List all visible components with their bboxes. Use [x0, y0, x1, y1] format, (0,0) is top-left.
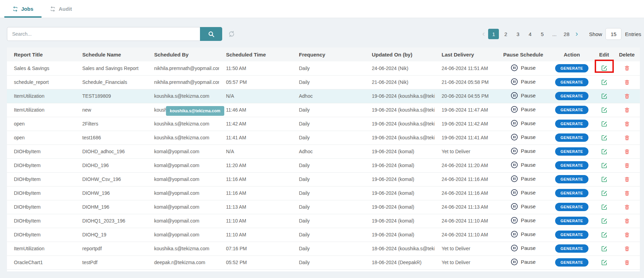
cell-updated-on: 19-06-2024 (komal): [365, 145, 435, 158]
generate-button[interactable]: GENERATE: [555, 120, 588, 128]
pause-button[interactable]: Pause: [511, 175, 536, 182]
pause-button[interactable]: Pause: [511, 217, 536, 224]
delete-button[interactable]: [624, 121, 630, 127]
tab-jobs[interactable]: Jobs: [4, 0, 42, 18]
trash-icon: [624, 93, 630, 99]
delete-button[interactable]: [624, 134, 630, 141]
edit-button[interactable]: [601, 245, 608, 252]
cell-schedule-name: new: [75, 103, 147, 117]
delete-button[interactable]: [624, 162, 630, 169]
generate-button[interactable]: GENERATE: [555, 231, 588, 239]
page-button-4[interactable]: 4: [525, 29, 535, 39]
delete-button[interactable]: [624, 176, 630, 183]
cell-scheduled-time: 11:16 AM: [219, 172, 292, 186]
pause-label: Pause: [521, 106, 536, 112]
pause-button[interactable]: Pause: [511, 78, 536, 85]
generate-button[interactable]: GENERATE: [555, 258, 588, 267]
edit-button[interactable]: [601, 232, 608, 238]
search-button[interactable]: [200, 27, 222, 41]
trash-icon: [624, 79, 630, 86]
edit-button[interactable]: [601, 190, 608, 197]
cell-last-delivery: 19-06-2024 11:47 AM: [435, 103, 497, 117]
delete-button[interactable]: [624, 190, 630, 197]
edit-button[interactable]: [601, 218, 608, 224]
delete-button[interactable]: [624, 245, 630, 252]
pause-button[interactable]: Pause: [511, 189, 536, 196]
col-pause-schedule: Pause Schedule: [497, 47, 549, 61]
pause-button[interactable]: Pause: [511, 244, 536, 252]
edit-button[interactable]: [601, 65, 608, 71]
pause-button[interactable]: Pause: [511, 231, 536, 238]
edit-icon: [601, 93, 608, 99]
generate-button[interactable]: GENERATE: [555, 133, 588, 142]
cell-scheduled-by: koushika.s@tekizma.com: [147, 131, 219, 145]
generate-button[interactable]: GENERATE: [555, 217, 588, 225]
tab-audit[interactable]: Audit: [42, 0, 80, 18]
pause-button[interactable]: Pause: [511, 64, 536, 71]
generate-button[interactable]: GENERATE: [555, 78, 588, 86]
generate-button[interactable]: GENERATE: [555, 189, 588, 197]
cell-frequency: Daily: [292, 186, 365, 200]
edit-button[interactable]: [601, 134, 608, 141]
delete-button[interactable]: [624, 218, 630, 224]
generate-button[interactable]: GENERATE: [555, 175, 588, 183]
refresh-icon: [228, 30, 235, 38]
pagination-prev-icon[interactable]: ‹: [480, 30, 487, 38]
refresh-button[interactable]: [228, 30, 235, 38]
delete-button[interactable]: [624, 79, 630, 86]
pagination-next-icon[interactable]: ›: [573, 30, 580, 38]
search-group: [7, 27, 235, 41]
cell-schedule-name: test1686: [75, 131, 147, 145]
delete-button[interactable]: [624, 259, 630, 266]
cell-updated-on: 18-06-2024 (koushika.s@tekizm...: [365, 242, 435, 255]
pause-button[interactable]: Pause: [511, 133, 536, 141]
pause-button[interactable]: Pause: [511, 203, 536, 210]
edit-button[interactable]: [601, 107, 608, 113]
pause-label: Pause: [521, 259, 536, 265]
pause-button[interactable]: Pause: [511, 106, 536, 113]
delete-button[interactable]: [624, 93, 630, 99]
table-row: ItemUtilization new koushika.s@tekizma.c…: [7, 103, 640, 117]
page-button-28[interactable]: 28: [561, 29, 572, 39]
pause-label: Pause: [521, 231, 536, 237]
generate-button[interactable]: GENERATE: [555, 147, 588, 156]
cell-updated-on: 24-06-2024 (Nik): [365, 61, 435, 75]
pause-button[interactable]: Pause: [511, 161, 536, 168]
edit-button[interactable]: [601, 121, 608, 127]
delete-button[interactable]: [624, 232, 630, 238]
edit-button[interactable]: [601, 93, 608, 99]
cell-report-title: ItemUtilization: [7, 242, 75, 255]
cell-last-delivery: 20-06-2024 04:55 PM: [435, 89, 497, 103]
edit-button[interactable]: [601, 162, 608, 169]
cell-scheduled-time: 05:52 PM: [219, 255, 292, 269]
edit-button[interactable]: [601, 79, 608, 86]
generate-button[interactable]: GENERATE: [555, 92, 588, 100]
pause-button[interactable]: Pause: [511, 147, 536, 155]
edit-button[interactable]: [601, 204, 608, 210]
generate-button[interactable]: GENERATE: [555, 244, 588, 253]
edit-button[interactable]: [601, 259, 608, 266]
generate-button[interactable]: GENERATE: [555, 203, 588, 211]
page-button-2[interactable]: 2: [500, 29, 511, 39]
table-row: DIOHbyItem DIOHQ1_2023_196 komal@yopmail…: [7, 214, 640, 228]
page-button-3[interactable]: 3: [512, 29, 523, 39]
entries-count-box[interactable]: 15: [605, 28, 621, 40]
generate-button[interactable]: GENERATE: [555, 64, 588, 72]
pause-button[interactable]: Pause: [511, 258, 536, 266]
page-button-5[interactable]: 5: [537, 29, 547, 39]
table-row: open test1686 koushika.s@tekizma.com 11:…: [7, 131, 640, 145]
search-input[interactable]: [7, 27, 200, 41]
delete-button[interactable]: [624, 204, 630, 210]
col-scheduled-time: Scheduled Time: [219, 47, 292, 61]
delete-button[interactable]: [624, 65, 630, 71]
page-button-1[interactable]: 1: [488, 29, 499, 39]
delete-button[interactable]: [624, 148, 630, 155]
pause-button[interactable]: Pause: [511, 120, 536, 127]
generate-button[interactable]: GENERATE: [555, 161, 588, 170]
edit-button[interactable]: [601, 148, 608, 155]
pause-button[interactable]: Pause: [511, 92, 536, 99]
generate-button[interactable]: GENERATE: [555, 106, 588, 114]
edit-button[interactable]: [601, 176, 608, 183]
cell-scheduled-time: 11:46 AM: [219, 103, 292, 117]
delete-button[interactable]: [624, 107, 630, 113]
